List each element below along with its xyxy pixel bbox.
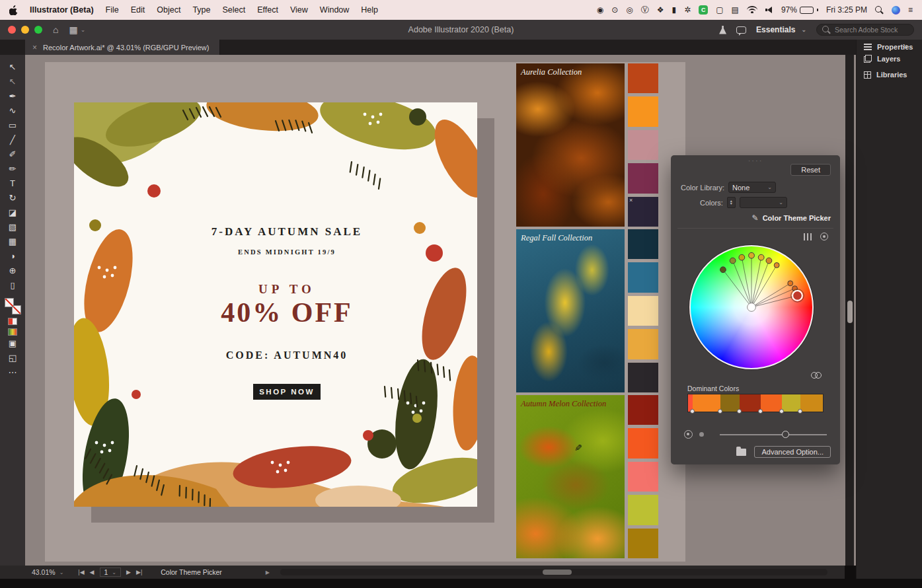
last-artboard-button[interactable]: ▶| xyxy=(136,569,142,575)
mesh-tool[interactable]: ▦ xyxy=(3,235,22,248)
collection-photo[interactable]: Aurelia Collection xyxy=(516,63,625,227)
color-wheel[interactable] xyxy=(689,245,814,369)
layout-grid-icon[interactable]: ▦ xyxy=(69,25,77,34)
draw-mode-icon[interactable]: ◱ xyxy=(3,351,22,365)
menu-type[interactable]: Type xyxy=(192,5,210,15)
zoom-window-button[interactable] xyxy=(34,26,42,34)
mask-icon[interactable]: ▣ xyxy=(3,336,22,350)
menu-app-name[interactable]: Illustrator (Beta) xyxy=(30,5,94,15)
pen-tool[interactable]: ✒ xyxy=(3,89,22,103)
color-theme-picker-button[interactable]: Color Theme Picker xyxy=(763,214,831,222)
color-swatch[interactable] xyxy=(628,495,658,525)
menu-window[interactable]: Window xyxy=(320,5,349,15)
direct-selection-tool[interactable]: ↖ xyxy=(3,75,22,89)
dominant-color-segment[interactable] xyxy=(688,394,693,412)
document-tab[interactable]: × Recolor Artwork.ai* @ 43.01% (RGB/GPU … xyxy=(25,40,220,55)
menu-edit[interactable]: Edit xyxy=(131,5,145,15)
menu-view[interactable]: View xyxy=(290,5,308,15)
more-tools-icon[interactable]: ⋯ xyxy=(3,365,22,379)
menu-file[interactable]: File xyxy=(106,5,119,15)
record-icon[interactable]: ◉ xyxy=(597,6,603,14)
collection-card-aurelia[interactable]: Aurelia Collection × xyxy=(516,63,658,227)
fill-swatch[interactable] xyxy=(5,298,14,307)
dominant-color-segment[interactable] xyxy=(693,394,720,412)
artboard-tool[interactable]: ▯ xyxy=(3,278,22,292)
dominant-color-segment[interactable] xyxy=(782,394,801,412)
collection-photo[interactable]: Autumn Melon Collection ✎ xyxy=(516,395,625,558)
dot-indicator-icon[interactable] xyxy=(699,432,704,437)
eraser-tool[interactable]: ◪ xyxy=(3,205,22,219)
vertical-scrollbar[interactable] xyxy=(845,55,854,566)
collection-card-autumn-melon[interactable]: Autumn Melon Collection ✎ xyxy=(516,395,658,558)
display-icon[interactable]: ▮ xyxy=(672,6,677,14)
artboard[interactable]: 7-DAY AUTUMN SALE ENDS MIDNIGHT 19/9 UP … xyxy=(74,102,477,507)
paintbrush-tool[interactable]: ✐ xyxy=(3,147,22,161)
shop-now-button[interactable]: SHOP NOW xyxy=(253,384,321,400)
colors-select[interactable]: ⌄ xyxy=(740,197,787,208)
folder-icon[interactable] xyxy=(736,449,746,456)
color-swatch[interactable] xyxy=(628,296,658,326)
color-swatch[interactable] xyxy=(628,262,658,292)
color-swatch[interactable] xyxy=(628,329,658,359)
previous-artboard-button[interactable]: ◀ xyxy=(90,569,95,575)
chat-icon[interactable]: ▢ xyxy=(716,6,723,14)
rectangle-tool[interactable]: ▭ xyxy=(3,118,22,132)
collection-photo[interactable]: Regal Fall Collection xyxy=(516,229,625,392)
wifi-icon[interactable] xyxy=(747,6,757,14)
color-swatch[interactable] xyxy=(628,163,658,193)
workspace-switcher[interactable]: Essentials ⌄ xyxy=(756,25,806,34)
home-icon[interactable]: ⌂ xyxy=(53,25,58,34)
gradient-button[interactable] xyxy=(8,328,17,336)
color-swatch[interactable] xyxy=(628,529,658,558)
type-tool[interactable]: T xyxy=(3,176,22,190)
curvature-tool[interactable]: ∿ xyxy=(3,104,22,118)
target-icon[interactable]: ◎ xyxy=(626,6,633,14)
beaker-icon[interactable] xyxy=(719,26,726,34)
menu-object[interactable]: Object xyxy=(157,5,180,15)
dominant-color-segment[interactable] xyxy=(761,394,782,412)
adobe-stock-search-input[interactable]: Search Adobe Stock xyxy=(816,24,914,36)
dominant-color-segment[interactable] xyxy=(800,394,823,412)
color-swatch[interactable] xyxy=(628,395,658,425)
first-artboard-button[interactable]: |◀ xyxy=(78,569,84,575)
close-tab-icon[interactable]: × xyxy=(32,43,37,52)
next-artboard-button[interactable]: ▶ xyxy=(126,569,131,575)
horizontal-scrollbar-thumb[interactable] xyxy=(543,570,572,575)
rotate-tool[interactable]: ↻ xyxy=(3,191,22,205)
link-colors-icon[interactable] xyxy=(811,372,821,378)
gradient-tool[interactable]: ▧ xyxy=(3,220,22,234)
comment-icon[interactable] xyxy=(736,26,746,34)
dominant-color-segment[interactable] xyxy=(720,394,740,412)
control-center-icon[interactable]: ≡ xyxy=(908,6,913,14)
color-swatch[interactable]: × xyxy=(628,197,658,227)
menu-select[interactable]: Select xyxy=(223,5,246,15)
pencil-tool[interactable]: ✏ xyxy=(3,162,22,176)
color-swatch[interactable] xyxy=(628,229,658,259)
color-library-select[interactable]: None ⌄ xyxy=(728,182,776,193)
colors-stepper[interactable]: ▴▾ xyxy=(727,197,736,208)
sync-icon[interactable]: ✲ xyxy=(684,6,691,14)
capture-icon[interactable]: ⊙ xyxy=(611,6,618,14)
color-button[interactable] xyxy=(8,318,17,325)
color-swatch[interactable] xyxy=(628,363,658,392)
color-wheel-view-icon[interactable] xyxy=(820,233,828,240)
battery-indicator[interactable]: 97% xyxy=(781,5,818,15)
menu-help[interactable]: Help xyxy=(361,5,378,15)
status-menu-arrow-icon[interactable]: ▶ xyxy=(266,570,270,575)
reset-button[interactable]: Reset xyxy=(790,164,831,176)
variation-slider-thumb[interactable] xyxy=(782,431,789,438)
fill-stroke-indicator[interactable] xyxy=(5,298,21,314)
color-swatch[interactable] xyxy=(628,462,658,492)
siri-icon[interactable] xyxy=(892,6,900,15)
menu-clock[interactable]: Fri 3:25 PM xyxy=(826,5,867,15)
horizontal-scrollbar[interactable] xyxy=(280,569,827,575)
zoom-level[interactable]: 43.01% xyxy=(32,568,56,576)
volume-icon[interactable] xyxy=(765,7,773,14)
c-badge-icon[interactable]: C xyxy=(699,5,708,15)
dominant-color-segment[interactable] xyxy=(740,394,761,412)
color-swatch[interactable] xyxy=(628,63,658,93)
collection-card-regal-fall[interactable]: Regal Fall Collection xyxy=(516,229,658,392)
variation-slider[interactable] xyxy=(720,434,827,435)
apple-icon[interactable] xyxy=(9,5,18,15)
blend-tool[interactable]: ◑ xyxy=(3,249,22,263)
